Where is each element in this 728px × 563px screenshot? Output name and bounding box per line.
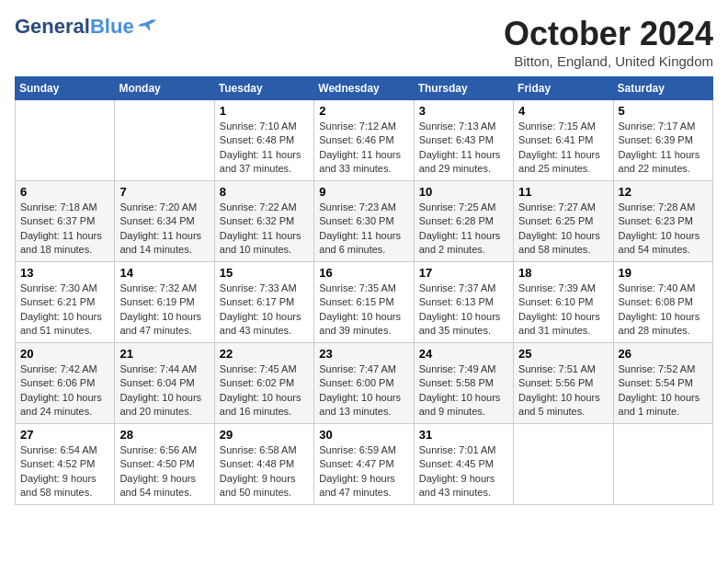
calendar-cell: 28Sunrise: 6:56 AM Sunset: 4:50 PM Dayli… — [115, 424, 214, 505]
calendar-cell: 10Sunrise: 7:25 AM Sunset: 6:28 PM Dayli… — [414, 181, 513, 262]
day-number: 25 — [518, 347, 608, 361]
day-number: 20 — [20, 347, 109, 361]
calendar-cell: 21Sunrise: 7:44 AM Sunset: 6:04 PM Dayli… — [115, 343, 214, 424]
day-number: 9 — [319, 185, 408, 199]
day-number: 26 — [619, 347, 708, 361]
calendar-week-row: 20Sunrise: 7:42 AM Sunset: 6:06 PM Dayli… — [16, 343, 713, 424]
day-number: 4 — [518, 104, 608, 118]
day-number: 28 — [119, 428, 209, 442]
day-number: 2 — [319, 104, 408, 118]
day-info: Sunrise: 6:59 AM Sunset: 4:47 PM Dayligh… — [319, 443, 408, 500]
day-number: 29 — [220, 428, 309, 442]
day-info: Sunrise: 7:27 AM Sunset: 6:25 PM Dayligh… — [518, 201, 608, 258]
day-number: 3 — [419, 104, 508, 118]
day-number: 16 — [319, 266, 408, 280]
calendar-cell: 26Sunrise: 7:52 AM Sunset: 5:54 PM Dayli… — [613, 343, 712, 424]
weekday-header-friday: Friday — [514, 77, 613, 100]
calendar-cell: 12Sunrise: 7:28 AM Sunset: 6:23 PM Dayli… — [613, 181, 712, 262]
day-info: Sunrise: 7:51 AM Sunset: 5:56 PM Dayligh… — [518, 362, 608, 419]
day-info: Sunrise: 7:13 AM Sunset: 6:43 PM Dayligh… — [419, 120, 508, 177]
calendar-cell: 9Sunrise: 7:23 AM Sunset: 6:30 PM Daylig… — [314, 181, 414, 262]
day-info: Sunrise: 7:42 AM Sunset: 6:06 PM Dayligh… — [20, 362, 109, 419]
day-info: Sunrise: 7:44 AM Sunset: 6:04 PM Dayligh… — [119, 362, 209, 419]
calendar-cell: 11Sunrise: 7:27 AM Sunset: 6:25 PM Dayli… — [514, 181, 613, 262]
day-number: 19 — [619, 266, 708, 280]
calendar-table: SundayMondayTuesdayWednesdayThursdayFrid… — [15, 76, 713, 505]
day-info: Sunrise: 7:39 AM Sunset: 6:10 PM Dayligh… — [518, 282, 608, 339]
calendar-cell: 16Sunrise: 7:35 AM Sunset: 6:15 PM Dayli… — [314, 262, 414, 343]
weekday-header-thursday: Thursday — [414, 77, 513, 100]
day-info: Sunrise: 7:40 AM Sunset: 6:08 PM Dayligh… — [619, 282, 708, 339]
calendar-cell: 19Sunrise: 7:40 AM Sunset: 6:08 PM Dayli… — [613, 262, 712, 343]
calendar-cell — [514, 424, 613, 505]
day-number: 15 — [220, 266, 309, 280]
logo-blue: Blue — [90, 15, 134, 39]
calendar-cell: 24Sunrise: 7:49 AM Sunset: 5:58 PM Dayli… — [414, 343, 513, 424]
day-info: Sunrise: 7:17 AM Sunset: 6:39 PM Dayligh… — [619, 120, 708, 177]
calendar-cell: 14Sunrise: 7:32 AM Sunset: 6:19 PM Dayli… — [115, 262, 214, 343]
day-info: Sunrise: 7:12 AM Sunset: 6:46 PM Dayligh… — [319, 120, 408, 177]
calendar-cell — [16, 100, 115, 181]
day-number: 1 — [220, 104, 309, 118]
day-info: Sunrise: 7:33 AM Sunset: 6:17 PM Dayligh… — [220, 282, 309, 339]
title-block: October 2024 Bitton, England, United Kin… — [504, 15, 713, 69]
calendar-cell: 8Sunrise: 7:22 AM Sunset: 6:32 PM Daylig… — [214, 181, 313, 262]
month-title: October 2024 — [504, 15, 713, 53]
day-info: Sunrise: 7:18 AM Sunset: 6:37 PM Dayligh… — [20, 201, 109, 258]
day-info: Sunrise: 7:49 AM Sunset: 5:58 PM Dayligh… — [419, 362, 508, 419]
calendar-cell: 29Sunrise: 6:58 AM Sunset: 4:48 PM Dayli… — [214, 424, 313, 505]
logo-general: General — [15, 15, 90, 39]
day-info: Sunrise: 7:47 AM Sunset: 6:00 PM Dayligh… — [319, 362, 408, 419]
day-info: Sunrise: 6:56 AM Sunset: 4:50 PM Dayligh… — [119, 443, 209, 500]
calendar-cell: 17Sunrise: 7:37 AM Sunset: 6:13 PM Dayli… — [414, 262, 513, 343]
day-number: 12 — [619, 185, 708, 199]
calendar-cell: 18Sunrise: 7:39 AM Sunset: 6:10 PM Dayli… — [514, 262, 613, 343]
day-number: 13 — [20, 266, 109, 280]
day-number: 24 — [419, 347, 508, 361]
day-info: Sunrise: 7:35 AM Sunset: 6:15 PM Dayligh… — [319, 282, 408, 339]
day-number: 7 — [119, 185, 209, 199]
day-info: Sunrise: 6:54 AM Sunset: 4:52 PM Dayligh… — [20, 443, 109, 500]
calendar-cell: 6Sunrise: 7:18 AM Sunset: 6:37 PM Daylig… — [16, 181, 115, 262]
day-number: 6 — [20, 185, 109, 199]
calendar-cell: 20Sunrise: 7:42 AM Sunset: 6:06 PM Dayli… — [16, 343, 115, 424]
day-info: Sunrise: 7:23 AM Sunset: 6:30 PM Dayligh… — [319, 201, 408, 258]
calendar-cell — [613, 424, 712, 505]
calendar-week-row: 27Sunrise: 6:54 AM Sunset: 4:52 PM Dayli… — [16, 424, 713, 505]
weekday-header-tuesday: Tuesday — [214, 77, 313, 100]
logo: General Blue — [15, 15, 156, 39]
weekday-header-row: SundayMondayTuesdayWednesdayThursdayFrid… — [16, 77, 713, 100]
calendar-cell: 22Sunrise: 7:45 AM Sunset: 6:02 PM Dayli… — [214, 343, 313, 424]
calendar-cell: 7Sunrise: 7:20 AM Sunset: 6:34 PM Daylig… — [115, 181, 214, 262]
day-info: Sunrise: 6:58 AM Sunset: 4:48 PM Dayligh… — [220, 443, 309, 500]
weekday-header-wednesday: Wednesday — [314, 77, 414, 100]
day-number: 23 — [319, 347, 408, 361]
calendar-cell: 23Sunrise: 7:47 AM Sunset: 6:00 PM Dayli… — [314, 343, 414, 424]
day-number: 18 — [518, 266, 608, 280]
day-number: 17 — [419, 266, 508, 280]
logo-bird-icon — [136, 18, 156, 35]
day-info: Sunrise: 7:32 AM Sunset: 6:19 PM Dayligh… — [119, 282, 209, 339]
calendar-cell: 31Sunrise: 7:01 AM Sunset: 4:45 PM Dayli… — [414, 424, 513, 505]
location-subtitle: Bitton, England, United Kingdom — [504, 53, 713, 69]
day-info: Sunrise: 7:01 AM Sunset: 4:45 PM Dayligh… — [419, 443, 508, 500]
weekday-header-monday: Monday — [115, 77, 214, 100]
day-number: 8 — [220, 185, 309, 199]
day-info: Sunrise: 7:37 AM Sunset: 6:13 PM Dayligh… — [419, 282, 508, 339]
day-info: Sunrise: 7:30 AM Sunset: 6:21 PM Dayligh… — [20, 282, 109, 339]
day-number: 27 — [20, 428, 109, 442]
calendar-cell: 27Sunrise: 6:54 AM Sunset: 4:52 PM Dayli… — [16, 424, 115, 505]
calendar-cell: 5Sunrise: 7:17 AM Sunset: 6:39 PM Daylig… — [613, 100, 712, 181]
day-number: 31 — [419, 428, 508, 442]
calendar-cell: 15Sunrise: 7:33 AM Sunset: 6:17 PM Dayli… — [214, 262, 313, 343]
calendar-cell: 4Sunrise: 7:15 AM Sunset: 6:41 PM Daylig… — [514, 100, 613, 181]
calendar-cell: 3Sunrise: 7:13 AM Sunset: 6:43 PM Daylig… — [414, 100, 513, 181]
day-info: Sunrise: 7:20 AM Sunset: 6:34 PM Dayligh… — [119, 201, 209, 258]
calendar-cell: 13Sunrise: 7:30 AM Sunset: 6:21 PM Dayli… — [16, 262, 115, 343]
calendar-week-row: 13Sunrise: 7:30 AM Sunset: 6:21 PM Dayli… — [16, 262, 713, 343]
weekday-header-saturday: Saturday — [613, 77, 712, 100]
day-number: 21 — [119, 347, 209, 361]
day-info: Sunrise: 7:22 AM Sunset: 6:32 PM Dayligh… — [220, 201, 309, 258]
weekday-header-sunday: Sunday — [16, 77, 115, 100]
day-number: 30 — [319, 428, 408, 442]
